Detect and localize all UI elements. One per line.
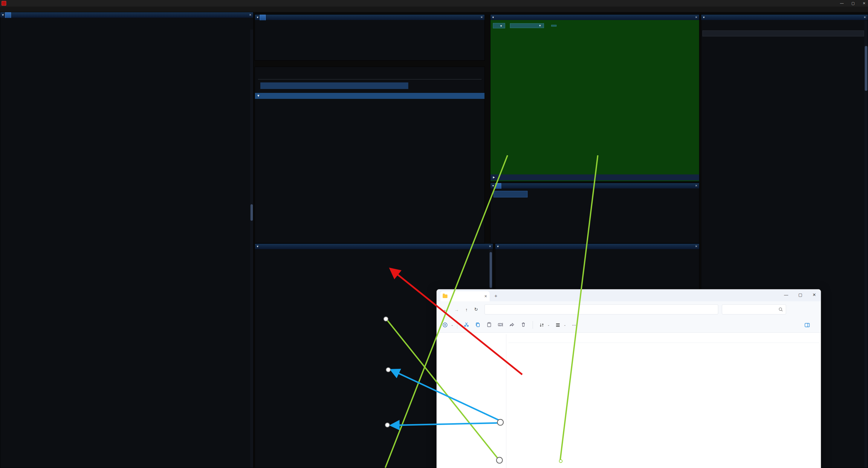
copy-icon[interactable] xyxy=(472,322,484,328)
disassembly-listing[interactable] xyxy=(0,30,250,468)
watch-scrollbar[interactable] xyxy=(864,21,868,468)
breadcrumb[interactable] xyxy=(485,304,718,314)
explorer-maximize-button[interactable]: ▢ xyxy=(798,292,802,297)
window-titlebar: — ▢ ✕ xyxy=(0,0,868,7)
view-icon xyxy=(556,323,560,327)
stats-section-header[interactable]: ▼ xyxy=(255,93,485,99)
dynamic-analysis-panel: ▼ xyxy=(255,67,485,243)
plus-circle-icon xyxy=(443,323,447,327)
new-tab-button[interactable]: ＋ xyxy=(494,293,498,299)
disassembly-scrollbar[interactable] xyxy=(250,30,253,468)
tab-close-icon[interactable]: ✕ xyxy=(484,294,487,298)
video-zoom-select[interactable]: ▼ xyxy=(493,23,505,28)
watchpoints-panel: ▼ ✕ xyxy=(490,183,700,243)
panel-menu-icon[interactable]: ▼ xyxy=(492,16,494,19)
explorer-window: ✕ ＋ — ▢ ✕ ← → ↑ ↻ ⌄ xyxy=(436,289,821,468)
menu-bar xyxy=(0,7,868,12)
explorer-minimize-button[interactable]: — xyxy=(784,292,788,297)
panel-menu-icon[interactable]: ▼ xyxy=(2,13,4,16)
video-panel: ▼ ✕ ▼ ▼ ▶ xyxy=(490,14,700,181)
explorer-close-button[interactable]: ✕ xyxy=(812,292,816,297)
advanced-section-header[interactable]: ▶ xyxy=(491,174,699,180)
panel-menu-icon[interactable]: ▼ xyxy=(257,245,258,248)
window-close-button[interactable]: ✕ xyxy=(863,0,866,7)
folder-icon xyxy=(443,295,447,298)
analysis-tabstrip xyxy=(255,61,485,67)
status-panel: ▼ ✕ xyxy=(255,14,485,61)
status-title xyxy=(260,14,266,20)
close-icon[interactable]: ✕ xyxy=(249,12,251,17)
close-icon[interactable]: ✕ xyxy=(695,15,697,19)
app-icon xyxy=(1,1,6,6)
watchpoint-count-input[interactable] xyxy=(494,191,528,197)
svg-text:A: A xyxy=(499,324,501,326)
app-root: — ▢ ✕ ▼ ✕ ▼ ✕ ▼ ▼ ✕ xyxy=(0,0,868,468)
panel-menu-icon[interactable]: ▼ xyxy=(703,16,705,19)
close-icon[interactable]: ✕ xyxy=(480,15,483,19)
close-icon[interactable]: ✕ xyxy=(864,15,866,19)
close-icon[interactable]: ✕ xyxy=(489,244,491,248)
paste-icon[interactable] xyxy=(484,322,495,328)
new-button[interactable]: ⌄ xyxy=(443,323,454,327)
explorer-tab[interactable]: ✕ xyxy=(440,291,490,301)
back-icon[interactable]: ← xyxy=(443,307,448,312)
window-maximize-button[interactable]: ▢ xyxy=(851,0,855,7)
search-input[interactable] xyxy=(722,304,786,314)
view-button[interactable]: ⌄ xyxy=(556,323,566,327)
rename-icon[interactable]: A xyxy=(495,322,506,328)
watchpoints-title xyxy=(495,183,501,189)
explorer-filelist xyxy=(508,332,819,468)
close-icon[interactable]: ✕ xyxy=(695,244,697,248)
panel-menu-icon[interactable]: ▼ xyxy=(497,245,499,248)
search-icon xyxy=(779,307,783,311)
watch-table-header xyxy=(703,30,864,36)
video-options-button[interactable] xyxy=(551,25,557,27)
cut-icon[interactable] xyxy=(461,322,472,328)
sort-icon xyxy=(539,323,544,327)
disassembly-title xyxy=(5,12,11,18)
disassembly-panel: ▼ ✕ xyxy=(0,12,253,468)
explorer-tabstrip: ✕ ＋ — ▢ ✕ xyxy=(437,290,821,301)
video-chip-select[interactable]: ▼ xyxy=(510,23,544,28)
disassembly-titlebar[interactable]: ▼ ✕ xyxy=(0,12,253,18)
up-icon[interactable]: ↑ xyxy=(465,307,468,312)
share-icon[interactable] xyxy=(506,322,518,328)
sort-button[interactable]: ⌄ xyxy=(539,323,550,327)
refresh-icon[interactable]: ↻ xyxy=(474,307,478,312)
close-icon[interactable]: ✕ xyxy=(695,183,697,188)
panel-menu-icon[interactable]: ▼ xyxy=(257,16,258,19)
explorer-addressbar: ← → ↑ ↻ xyxy=(437,301,821,317)
delete-icon[interactable] xyxy=(518,322,529,328)
explorer-toolbar: ⌄ A ⌄ ⌄ ⋯ xyxy=(437,317,821,333)
window-minimize-button[interactable]: — xyxy=(840,0,844,7)
explorer-sidebar xyxy=(437,332,506,468)
more-options-icon[interactable]: ⋯ xyxy=(572,323,576,327)
code-coverage-progressbar xyxy=(260,82,408,89)
game-screen xyxy=(508,44,676,173)
details-icon xyxy=(805,323,810,327)
details-pane-button[interactable] xyxy=(805,323,812,327)
panel-menu-icon[interactable]: ▼ xyxy=(492,184,494,187)
forward-icon[interactable]: → xyxy=(454,307,459,312)
